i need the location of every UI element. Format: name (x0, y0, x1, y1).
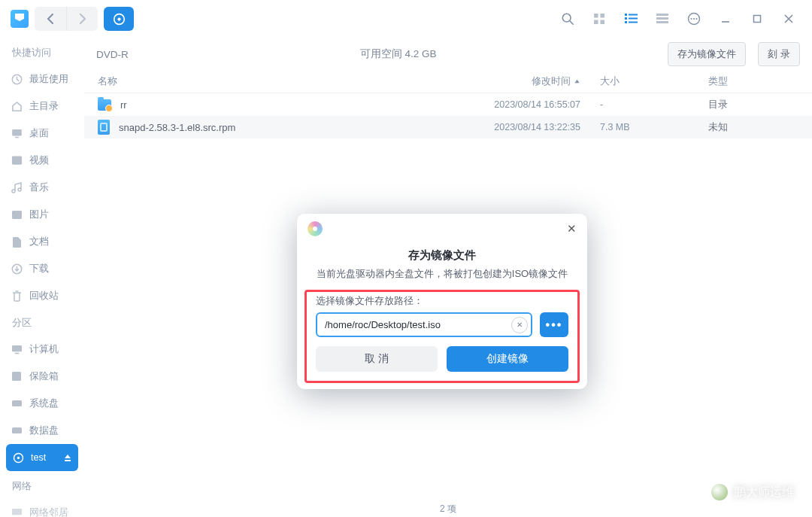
cancel-button[interactable]: 取 消 (316, 346, 438, 372)
sidebar-item-label: 文档 (29, 236, 49, 248)
disc-drive-button[interactable] (104, 7, 134, 31)
watermark: 鹏大师运维 (711, 484, 794, 500)
sidebar-item-pictures[interactable]: 图片 (0, 201, 84, 228)
sidebar-item-label: 系统盘 (29, 397, 59, 410)
burn-button[interactable]: 刻 录 (758, 42, 800, 66)
list-view-button[interactable] (618, 6, 644, 32)
sidebar-item-recent[interactable]: 最近使用 (0, 65, 84, 93)
maximize-button[interactable] (744, 6, 770, 32)
breadcrumb-location[interactable]: DVD-R (96, 49, 129, 60)
svg-rect-30 (12, 400, 22, 406)
sidebar-item-system-disk[interactable]: 系统盘 (0, 390, 84, 417)
sidebar-item-label: 音乐 (29, 181, 49, 194)
sidebar-item-music[interactable]: 音乐 (0, 174, 84, 201)
app-icon (11, 10, 29, 28)
disc-icon (12, 452, 24, 464)
file-icon (98, 120, 110, 135)
svg-rect-12 (629, 22, 638, 23)
sidebar-item-label: 图片 (29, 208, 49, 221)
sidebar-item-trash[interactable]: 回收站 (0, 282, 84, 309)
svg-point-19 (695, 18, 697, 20)
search-button[interactable] (555, 6, 580, 32)
document-icon (11, 236, 23, 248)
dialog-path-label: 选择镜像文件存放路径： (316, 295, 568, 308)
svg-rect-28 (14, 352, 19, 354)
svg-rect-14 (656, 17, 668, 20)
nav-forward-button[interactable] (66, 7, 98, 31)
sidebar-item-documents[interactable]: 文档 (0, 228, 84, 255)
table-row[interactable]: rr 2023/08/14 16:55:07 - 目录 (84, 93, 812, 116)
svg-rect-23 (15, 136, 19, 138)
free-space-label: 可用空间 4.2 GB (141, 47, 656, 61)
clear-input-button[interactable]: ✕ (511, 317, 528, 333)
svg-rect-5 (594, 20, 598, 25)
sidebar-item-computer[interactable]: 计算机 (0, 336, 84, 363)
column-header-type[interactable]: 类型 (708, 75, 798, 88)
more-button[interactable] (681, 6, 707, 32)
safe-icon (11, 371, 23, 382)
trash-icon (11, 290, 23, 302)
svg-point-33 (17, 456, 19, 458)
svg-point-2 (562, 14, 571, 22)
sidebar-item-label: 网络邻居 (29, 506, 68, 518)
file-name: snapd-2.58.3-1.el8.src.rpm (119, 122, 235, 133)
svg-rect-34 (12, 508, 22, 514)
sidebar-item-label: 桌面 (29, 127, 49, 140)
svg-point-17 (690, 18, 692, 20)
svg-rect-7 (625, 14, 627, 16)
sidebar-item-label: 最近使用 (29, 73, 68, 86)
sidebar-item-label: 数据盘 (29, 424, 59, 437)
sidebar-item-test[interactable]: test (6, 444, 78, 471)
svg-rect-24 (11, 156, 21, 164)
eject-icon[interactable] (63, 453, 72, 462)
disk-icon (11, 400, 23, 407)
clock-icon (11, 74, 23, 85)
sidebar-item-safe[interactable]: 保险箱 (0, 363, 84, 390)
sidebar-item-home[interactable]: 主目录 (0, 93, 84, 120)
download-icon (11, 263, 23, 275)
folder-icon (98, 99, 111, 111)
sidebar-quick-access-header: 快捷访问 (0, 44, 84, 65)
sidebar-item-net-neighbor[interactable]: 网络邻居 (0, 499, 84, 517)
sidebar-item-data-disk[interactable]: 数据盘 (0, 417, 84, 444)
sidebar-item-label: 保险箱 (29, 370, 59, 383)
icon-view-button[interactable] (586, 6, 612, 32)
file-type: 未知 (708, 120, 798, 134)
svg-rect-25 (12, 210, 22, 218)
disk-icon (11, 427, 23, 434)
svg-rect-27 (12, 345, 22, 351)
svg-rect-10 (629, 18, 638, 20)
sidebar-item-label: test (31, 452, 46, 463)
save-as-image-button[interactable]: 存为镜像文件 (668, 42, 746, 66)
dialog-close-button[interactable]: ✕ (567, 222, 577, 236)
browse-button[interactable]: ••• (540, 312, 568, 337)
dialog-title: 存为镜像文件 (314, 248, 571, 263)
save-image-dialog: ✕ 存为镜像文件 当前光盘驱动器内全盘文件，将被打包创建为ISO镜像文件 选择镜… (297, 214, 587, 389)
minimize-button[interactable] (713, 6, 738, 32)
svg-rect-4 (601, 14, 605, 18)
watermark-icon (711, 484, 728, 500)
image-path-input[interactable] (317, 319, 511, 330)
svg-rect-31 (12, 427, 22, 433)
video-icon (11, 155, 23, 166)
svg-rect-29 (12, 372, 21, 381)
sidebar-item-desktop[interactable]: 桌面 (0, 120, 84, 147)
sidebar-partitions-header: 分区 (0, 314, 84, 336)
sidebar-item-label: 回收站 (29, 290, 59, 303)
close-button[interactable] (776, 6, 801, 32)
column-header-name[interactable]: 名称 (98, 75, 453, 88)
nav-back-button[interactable] (35, 7, 66, 31)
compact-view-button[interactable] (650, 6, 675, 32)
sidebar-network-header: 网络 (0, 477, 84, 499)
sidebar-item-downloads[interactable]: 下载 (0, 255, 84, 282)
sidebar-item-videos[interactable]: 视频 (0, 147, 84, 174)
svg-point-1 (117, 17, 120, 20)
file-type: 目录 (708, 98, 798, 111)
svg-rect-11 (625, 21, 627, 23)
create-image-button[interactable]: 创建镜像 (447, 346, 568, 372)
column-header-size[interactable]: 大小 (600, 75, 689, 88)
table-row[interactable]: snapd-2.58.3-1.el8.src.rpm 2023/08/14 13… (84, 116, 812, 138)
svg-point-18 (693, 18, 695, 20)
svg-rect-9 (625, 17, 627, 20)
column-header-modified[interactable]: 修改时间 (472, 75, 580, 88)
